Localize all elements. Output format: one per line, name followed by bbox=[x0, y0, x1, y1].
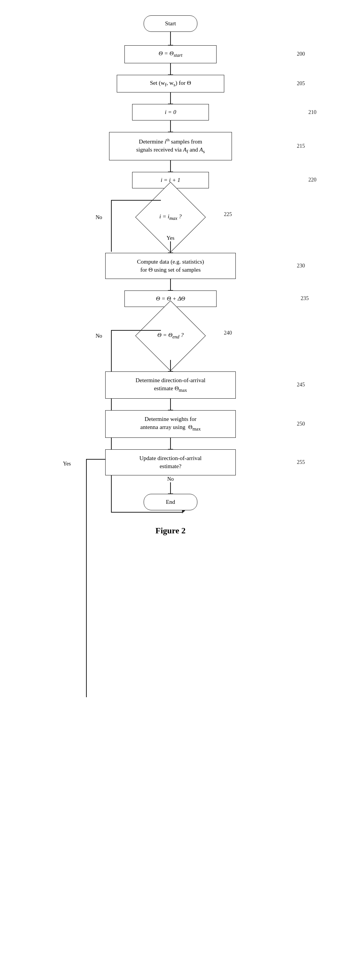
label-240: 240 bbox=[224, 330, 232, 336]
node240-diamond-row: No Θ = Θend ? 240 bbox=[55, 318, 286, 353]
node225-section: No i = imax ? 225 Yes bbox=[55, 188, 286, 253]
node-230: Compute data (e.g. statistics) for Θ usi… bbox=[105, 253, 236, 279]
node255-no-section: No bbox=[167, 475, 174, 494]
arrow-13 bbox=[170, 482, 171, 494]
arrow-3 bbox=[170, 92, 171, 104]
start-node: Start bbox=[144, 15, 197, 32]
node225-diamond-wrap: i = imax ? bbox=[134, 200, 207, 234]
arrow-1 bbox=[170, 32, 171, 45]
node205-row: Set (wf, ws) for Θ 205 bbox=[55, 75, 286, 93]
label-200: 200 bbox=[297, 51, 305, 57]
node-200: Θ = Θstart bbox=[124, 45, 217, 63]
label-205: 205 bbox=[297, 81, 305, 87]
end-label: End bbox=[166, 499, 175, 505]
node205-text: Set (wf, ws) for Θ bbox=[150, 80, 191, 86]
loop-225-horiz bbox=[111, 200, 161, 201]
node-255: Update direction-of-arrival estimate? bbox=[105, 449, 236, 475]
node255-section: Update direction-of-arrival estimate? 25… bbox=[55, 449, 286, 494]
node210-row: i = 0 210 bbox=[55, 104, 286, 120]
node255-row: Update direction-of-arrival estimate? 25… bbox=[55, 449, 286, 475]
label-245: 245 bbox=[297, 382, 305, 388]
arrow-11 bbox=[170, 399, 171, 410]
label-225: 225 bbox=[224, 211, 232, 218]
start-row: Start bbox=[55, 15, 286, 32]
start-label: Start bbox=[165, 20, 176, 26]
node225-yes-label: Yes bbox=[167, 235, 174, 241]
node245-row: Determine direction-of-arrival estimate … bbox=[55, 371, 286, 399]
arrow-7 bbox=[170, 241, 171, 253]
arrow-4 bbox=[170, 120, 171, 132]
node255-yes-label: Yes bbox=[63, 461, 71, 467]
loop-240-horiz-bot bbox=[111, 512, 182, 513]
flowchart: Start Θ = Θstart 200 Set (wf, ws) for Θ … bbox=[55, 15, 286, 510]
loop-255-corner bbox=[86, 696, 87, 697]
label-235: 235 bbox=[301, 295, 309, 302]
node240-section: No Θ = Θend ? 240 Yes bbox=[55, 318, 286, 371]
node-210: i = 0 bbox=[132, 104, 209, 120]
loop-225-vert bbox=[111, 200, 112, 252]
node-250: Determine weights for antenna array usin… bbox=[105, 410, 236, 438]
arrow-2 bbox=[170, 63, 171, 75]
loop-255-horiz-top bbox=[86, 459, 105, 460]
node200-row: Θ = Θstart 200 bbox=[55, 45, 286, 63]
diamond-225-text: i = imax ? bbox=[134, 213, 207, 221]
node240-diamond: Θ = Θend ? bbox=[134, 318, 207, 353]
diamond-240-text: Θ = Θend ? bbox=[134, 332, 207, 340]
node215-row: Determine ith samples from signals recei… bbox=[55, 132, 286, 160]
arrow-8 bbox=[170, 279, 171, 290]
label-210: 210 bbox=[308, 109, 316, 115]
node225-diamond: i = imax ? bbox=[134, 200, 207, 234]
end-node: End bbox=[144, 494, 197, 510]
arrow-5 bbox=[170, 160, 171, 172]
node255-no-label: No bbox=[167, 476, 174, 482]
label-230: 230 bbox=[297, 263, 305, 269]
node240-no-label: No bbox=[96, 333, 102, 339]
node225-no-label: No bbox=[96, 214, 102, 221]
node240-diamond-wrap: Θ = Θend ? bbox=[134, 318, 207, 353]
node225-yes-section: Yes bbox=[167, 234, 174, 253]
loop-240-horiz-top bbox=[111, 330, 161, 331]
node-205: Set (wf, ws) for Θ bbox=[117, 75, 224, 93]
node-215: Determine ith samples from signals recei… bbox=[109, 132, 232, 160]
label-220: 220 bbox=[308, 177, 316, 183]
node230-row: Compute data (e.g. statistics) for Θ usi… bbox=[55, 253, 286, 279]
arrow-10 bbox=[170, 360, 171, 371]
arrow-12 bbox=[170, 438, 171, 449]
figure-caption: Figure 2 bbox=[156, 526, 185, 536]
end-row: End bbox=[55, 494, 286, 510]
node250-row: Determine weights for antenna array usin… bbox=[55, 410, 286, 438]
label-250: 250 bbox=[297, 421, 305, 427]
node-245: Determine direction-of-arrival estimate … bbox=[105, 371, 236, 399]
label-255: 255 bbox=[297, 459, 305, 465]
label-215: 215 bbox=[297, 143, 305, 149]
node225-diamond-row: No i = imax ? 225 bbox=[55, 200, 286, 234]
